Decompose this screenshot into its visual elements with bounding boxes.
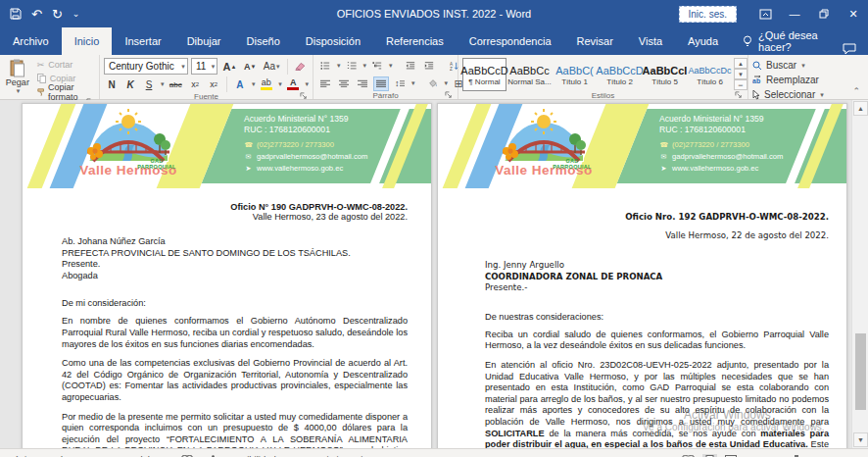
bullets-dropdown-icon[interactable]: ▾ [337, 62, 341, 70]
customize-qat-icon[interactable]: ⌄ [72, 10, 80, 19]
superscript-button[interactable]: x2 [206, 77, 221, 92]
italic-button[interactable]: K [122, 77, 138, 92]
tab-diseno[interactable]: Diseño [234, 27, 293, 55]
collapse-ribbon-icon[interactable]: ⌃ [852, 86, 860, 96]
align-right-button[interactable] [355, 76, 370, 91]
shrink-font-button[interactable]: A▼ [242, 59, 259, 74]
letter-body-left[interactable]: Oficio N° 190 GADPRVH-O-WMC-08-2022. Val… [23, 188, 431, 448]
subscript-button[interactable]: x2 [187, 77, 203, 92]
replace-button[interactable]: abReemplazar [752, 74, 835, 86]
title-bar: ↶ ↻ ⌄ OFICIOS ENVIADOS INST. 2022 - Word… [0, 0, 868, 27]
styles-more-icon[interactable]: ═ [734, 79, 747, 90]
align-center-button[interactable] [336, 76, 352, 91]
letterhead-contact: Acuerdo Ministerial N° 1359 RUC : 176812… [244, 114, 367, 174]
shading-button[interactable] [425, 76, 441, 91]
font-name-combobox[interactable]: Century Gothic▾ [104, 58, 188, 75]
tab-referencias[interactable]: Referencias [373, 27, 457, 55]
font-size-combobox[interactable]: 11▾ [191, 58, 217, 75]
tell-me-box[interactable]: ¿Qué desea hacer? [731, 27, 843, 55]
paragraph: En atención al oficio Nro. 23D02C08-UEVH… [485, 360, 829, 448]
word-window: ↶ ↻ ⌄ OFICIOS ENVIADOS INST. 2022 - Word… [0, 0, 868, 457]
multilevel-list-button[interactable] [369, 59, 385, 74]
bold-button[interactable]: N [104, 77, 120, 92]
tab-ayuda[interactable]: Ayuda [675, 27, 731, 55]
page-right[interactable]: Valle Hermoso GAD PARROQUIAL Acuerdo Min… [437, 103, 847, 448]
strikethrough-button[interactable]: abc [168, 77, 185, 92]
highlight-color-button[interactable]: ab [258, 77, 274, 92]
scrollbar-thumb[interactable] [855, 333, 866, 410]
tab-archivo[interactable]: Archivo [0, 27, 62, 55]
align-left-button[interactable] [317, 76, 333, 91]
scroll-down-icon[interactable]: ▼ [853, 432, 868, 447]
cut-button[interactable]: ✂Cortar [37, 58, 95, 71]
brand-subtext: GAD PARROQUIAL [130, 158, 183, 170]
paste-button[interactable]: Pegar ▾ [4, 58, 31, 98]
oficio-number: Oficio N° 190 GADPRVH-O-WMC-08-2022. [62, 202, 408, 212]
line-spacing-dropdown-icon[interactable]: ▾ [411, 79, 415, 87]
print-layout-icon[interactable] [702, 454, 717, 457]
undo-icon[interactable]: ↶ [31, 8, 42, 21]
scroll-up-icon[interactable]: ▲ [853, 101, 868, 116]
justify-button[interactable] [373, 76, 389, 91]
svg-text:Z: Z [450, 67, 453, 72]
letter-body-right[interactable]: Oficio Nro. 192 GADPRVH-O-WMC-08-2022. V… [438, 188, 846, 448]
salutation: De mi consideración: [62, 298, 408, 308]
save-icon[interactable] [10, 8, 22, 20]
font-color-dropdown-icon[interactable]: ▾ [306, 80, 310, 88]
style-normal-sa[interactable]: AaBbCcNormal Sa... [507, 58, 552, 91]
underline-dropdown-icon[interactable]: ▾ [161, 80, 165, 88]
styles-scroll-down-icon[interactable]: ▼ [734, 69, 747, 79]
sign-in-button[interactable]: Inic. ses. [679, 6, 737, 23]
text-effects-dropdown-icon[interactable]: ▾ [252, 80, 256, 88]
line-spacing-button[interactable]: ↕ [392, 76, 408, 91]
decrease-indent-button[interactable] [403, 59, 418, 74]
tab-vista[interactable]: Vista [626, 27, 675, 55]
tab-correspondencia[interactable]: Correspondencia [457, 27, 564, 55]
shading-dropdown-icon[interactable]: ▾ [445, 79, 449, 87]
feedback-comment-icon[interactable] [843, 43, 856, 55]
page-left[interactable]: Valle Hermoso GAD PARROQUIAL Acuerdo Min… [22, 103, 432, 448]
paste-dropdown-icon[interactable]: ▾ [17, 87, 21, 95]
redo-icon[interactable]: ↻ [52, 8, 63, 21]
clipboard-icon [10, 59, 25, 77]
tab-revisar[interactable]: Revisar [564, 27, 626, 55]
text-effects-button[interactable]: A [232, 77, 248, 92]
find-button[interactable]: Buscar▾ [752, 59, 835, 72]
font-color-button[interactable]: A [285, 77, 302, 92]
increase-indent-button[interactable] [421, 59, 437, 74]
paragraph-dialog-launcher-icon[interactable] [445, 91, 453, 99]
change-case-button[interactable]: Aa▾ [262, 59, 282, 74]
select-cursor-icon [752, 90, 760, 100]
vertical-scrollbar[interactable]: ▲ ▼ [851, 100, 868, 448]
oficio-date: Valle Hermoso, 22 de agosto del 2022. [485, 230, 829, 240]
style-titulo-6[interactable]: AaBbCcDcTítulo 6 [688, 58, 732, 91]
styles-dialog-launcher-icon[interactable] [735, 91, 743, 99]
styles-scroll-up-icon[interactable]: ▲ [734, 58, 747, 69]
font-dialog-launcher-icon[interactable] [300, 92, 308, 100]
numbering-dropdown-icon[interactable]: ▾ [363, 62, 367, 70]
style-normal[interactable]: AaBbCcD¶ Normal [462, 58, 506, 91]
grow-font-button[interactable]: A▲ [220, 59, 238, 74]
tab-disposicion[interactable]: Disposición [293, 27, 373, 55]
underline-button[interactable]: S [141, 77, 157, 92]
ribbon-display-options-icon[interactable] [750, 0, 780, 27]
letterhead: Valle Hermoso GAD PARROQUIAL Acuerdo Min… [438, 104, 846, 188]
letterhead: Valle Hermoso GAD PARROQUIAL Acuerdo Min… [23, 104, 431, 188]
multilevel-dropdown-icon[interactable]: ▾ [389, 62, 393, 70]
style-titulo-2[interactable]: AaBbCcDTítulo 2 [598, 58, 642, 91]
style-titulo-5[interactable]: AaBbCcITítulo 5 [643, 58, 687, 91]
restore-button[interactable] [809, 0, 839, 27]
numbering-button[interactable] [344, 59, 360, 74]
document-canvas[interactable]: Valle Hermoso GAD PARROQUIAL Acuerdo Min… [0, 100, 868, 448]
tab-dibujar[interactable]: Dibujar [174, 27, 234, 55]
style-titulo-1[interactable]: AaBbC(Título 1 [553, 58, 597, 91]
clear-formatting-button[interactable] [292, 59, 309, 74]
bullets-button[interactable] [317, 59, 333, 74]
tab-insertar[interactable]: Insertar [112, 27, 173, 55]
minimize-button[interactable]: — [780, 0, 809, 27]
ribbon: Pegar ▾ ✂Cortar Copiar Copiar formato Po… [0, 55, 868, 100]
close-button[interactable]: ✕ [839, 0, 868, 27]
highlight-dropdown-icon[interactable]: ▾ [278, 80, 282, 88]
format-painter-button[interactable]: Copiar formato [37, 85, 95, 98]
tab-inicio[interactable]: Inicio [62, 27, 113, 55]
